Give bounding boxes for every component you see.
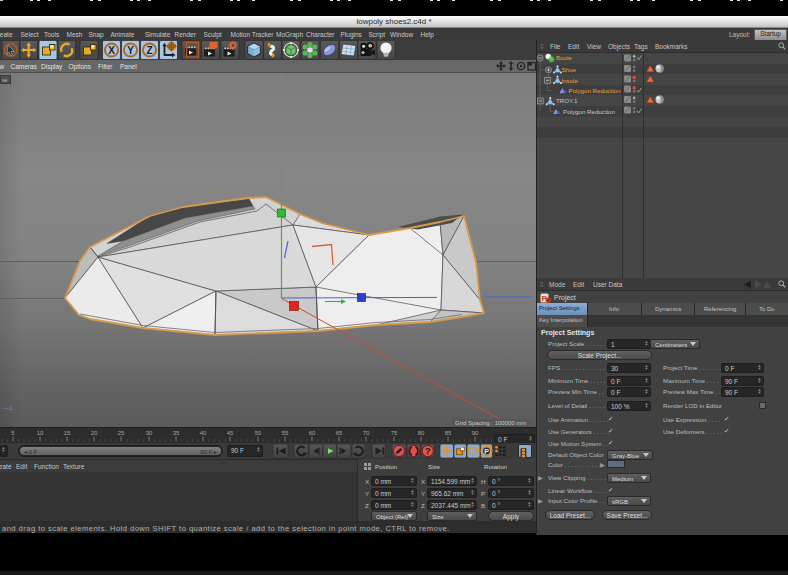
svg-text:55: 55 [282,430,289,436]
svg-text:15: 15 [64,430,71,436]
svg-text:25: 25 [118,430,125,436]
svg-text:65: 65 [336,430,343,436]
svg-text:Insole: Insole [561,77,578,84]
svg-text:Z: Z [146,45,152,56]
svg-text:50: 50 [255,430,262,436]
svg-text:45: 45 [227,430,234,436]
svg-text:60: 60 [309,430,316,436]
svg-text:Y: Y [127,45,134,56]
svg-text:90: 90 [472,430,479,436]
svg-text:40: 40 [200,430,207,436]
svg-text:30: 30 [146,430,153,436]
svg-text:?: ? [425,446,431,456]
svg-text:5: 5 [11,430,15,436]
svg-text:80: 80 [418,430,425,436]
svg-text:35: 35 [173,430,180,436]
svg-text:X: X [108,45,115,56]
svg-text:Polygon Reduction: Polygon Reduction [569,87,622,94]
svg-text:TROY.1: TROY.1 [556,97,578,104]
svg-text:75: 75 [391,430,398,436]
svg-text:10: 10 [37,430,44,436]
svg-text:Boole: Boole [556,54,572,61]
svg-text:Shoe: Shoe [561,66,576,73]
svg-text:85: 85 [445,430,452,436]
svg-text:P: P [484,448,489,455]
svg-text:20: 20 [91,430,98,436]
svg-text:70: 70 [363,430,370,436]
svg-text:Polygon Reduction: Polygon Reduction [563,108,616,115]
